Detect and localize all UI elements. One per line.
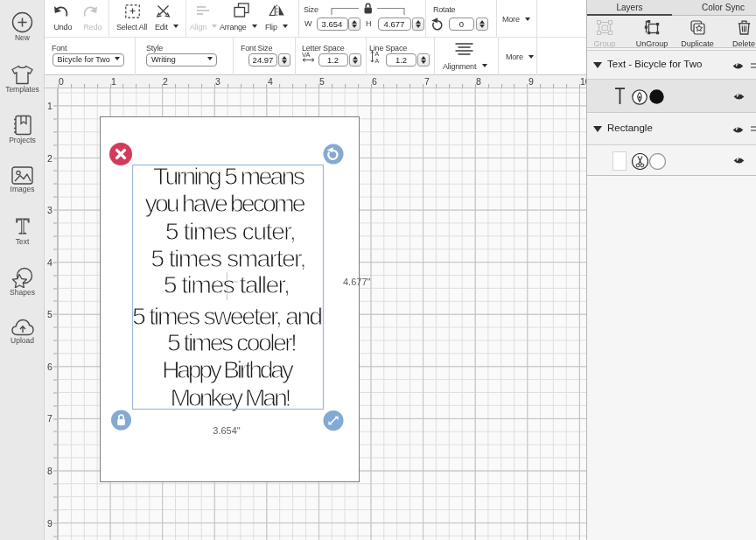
svg-text:4.677": 4.677" — [343, 277, 371, 287]
svg-text:5 times taller,: 5 times taller, — [164, 270, 290, 298]
svg-text:5 times cuter,: 5 times cuter, — [165, 217, 297, 245]
svg-text:5 times sweeter, and: 5 times sweeter, and — [132, 302, 323, 330]
svg-text:5 times smarter,: 5 times smarter, — [150, 244, 306, 272]
svg-text:T: T — [16, 216, 29, 237]
svg-text:A: A — [375, 51, 380, 57]
svg-text:you have become: you have become — [145, 189, 306, 217]
svg-text:VA: VA — [302, 51, 310, 59]
svg-text:A: A — [375, 58, 380, 64]
svg-text:Turning 5 means: Turning 5 means — [153, 162, 305, 190]
svg-text:3.654": 3.654" — [213, 425, 241, 436]
svg-text:Happy Birthday: Happy Birthday — [162, 355, 295, 383]
svg-text:Monkey Man!: Monkey Man! — [171, 383, 292, 411]
svg-text:5 times cooler!: 5 times cooler! — [167, 328, 298, 356]
